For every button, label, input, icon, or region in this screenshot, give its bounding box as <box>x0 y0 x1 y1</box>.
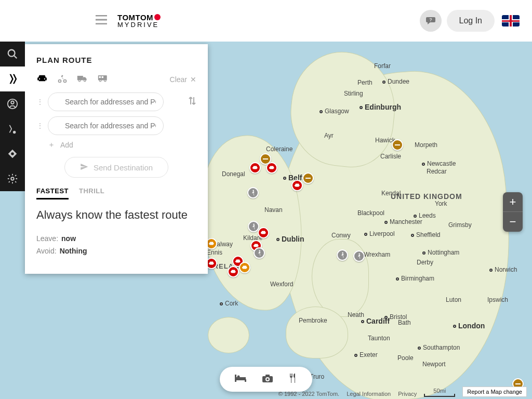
drag-handle-icon[interactable]: ⋮ <box>36 122 44 130</box>
city-label[interactable]: Poole <box>397 354 414 362</box>
city-label[interactable]: Conwy <box>331 232 351 239</box>
traffic-poi-bar[interactable] <box>392 139 403 151</box>
traffic-poi-car[interactable] <box>249 162 261 174</box>
hotels-icon[interactable] <box>234 374 247 385</box>
city-label[interactable]: Perth <box>357 79 373 86</box>
city-label[interactable]: Sheffield <box>411 231 440 238</box>
settings-tool[interactable] <box>0 166 25 191</box>
privacy-link[interactable]: Privacy <box>398 391 417 397</box>
destination-input[interactable] <box>48 116 164 135</box>
community-routes-tool[interactable] <box>0 116 25 141</box>
city-label[interactable]: Stirling <box>344 90 363 97</box>
city-label[interactable]: Carlisle <box>380 153 401 160</box>
city-label[interactable]: Morpeth <box>415 141 437 149</box>
city-label[interactable]: Derby <box>417 259 433 266</box>
mode-truck-icon[interactable] <box>77 74 88 85</box>
mode-motorcycle-icon[interactable] <box>57 74 68 85</box>
traffic-poi-bar[interactable] <box>302 172 314 184</box>
swap-icon[interactable] <box>188 96 196 108</box>
traffic-poi-walk[interactable] <box>254 247 265 259</box>
traffic-poi-car[interactable] <box>258 227 269 238</box>
city-label[interactable]: Cardiff <box>361 317 390 325</box>
tab-fastest[interactable]: FASTEST <box>36 187 69 200</box>
zoom-out-button[interactable]: − <box>503 212 523 232</box>
avoid-row[interactable]: Avoid:Nothing <box>36 247 196 255</box>
city-label[interactable]: Grimsby <box>448 221 472 229</box>
hamburger-menu-icon[interactable] <box>96 15 107 26</box>
city-label[interactable]: Ipswich <box>487 296 508 303</box>
city-label[interactable]: Ennis <box>207 249 222 256</box>
city-label[interactable]: Taunton <box>368 335 390 342</box>
legal-link[interactable]: Legal Information <box>347 391 391 397</box>
city-label[interactable]: Dublin <box>276 235 304 243</box>
clear-button[interactable]: Clear✕ <box>170 75 196 84</box>
scale-label: 50mi <box>424 388 455 394</box>
locale-flag-button[interactable] <box>502 15 520 26</box>
traffic-tool[interactable] <box>0 141 25 166</box>
traffic-poi-car[interactable] <box>239 262 250 273</box>
city-label[interactable]: Exeter <box>354 351 378 358</box>
attractions-icon[interactable] <box>261 374 274 385</box>
leave-row[interactable]: Leave:now <box>36 234 196 243</box>
mode-car-icon[interactable] <box>36 74 48 85</box>
traffic-poi-walk[interactable] <box>337 249 348 261</box>
app-header: TOMTOM MYDRIVE ? Log In <box>0 0 532 42</box>
city-label[interactable]: London <box>453 322 485 330</box>
city-label[interactable]: Navan <box>264 206 283 214</box>
city-label[interactable]: Redcar <box>427 168 447 175</box>
city-label[interactable]: Wrexham <box>364 251 390 258</box>
plan-route-tool[interactable] <box>0 66 25 91</box>
profile-tool[interactable] <box>0 91 25 116</box>
send-destination-button[interactable]: Send Destination <box>64 157 168 178</box>
city-label[interactable]: Southampton <box>418 344 460 351</box>
traffic-poi-walk[interactable] <box>247 187 259 198</box>
city-label[interactable]: Pembroke <box>299 317 327 324</box>
city-label[interactable]: Bath <box>398 319 411 326</box>
mode-rv-icon[interactable] <box>98 74 109 85</box>
drag-handle-icon[interactable]: ⋮ <box>36 98 44 106</box>
login-button[interactable]: Log In <box>447 10 495 32</box>
traffic-poi-car[interactable] <box>228 266 239 277</box>
leave-value: now <box>61 234 76 243</box>
city-label[interactable]: Luton <box>446 296 461 303</box>
city-label[interactable]: Newcastle <box>422 160 456 167</box>
zoom-in-button[interactable]: + <box>503 192 523 212</box>
city-label[interactable]: Donegal <box>222 170 245 178</box>
city-label[interactable]: Cork <box>220 300 238 307</box>
city-label[interactable]: Blackpool <box>357 209 384 217</box>
city-label[interactable]: Dundee <box>382 78 409 85</box>
city-label[interactable]: Norwich <box>489 266 517 273</box>
svg-point-5 <box>358 254 360 255</box>
transport-mode-row: Clear✕ <box>36 74 196 85</box>
city-label[interactable]: York <box>435 200 447 207</box>
report-map-button[interactable]: Report a Map change <box>462 387 527 397</box>
city-label[interactable]: Edinburgh <box>360 103 401 111</box>
city-label[interactable]: Manchester <box>384 218 422 225</box>
city-label[interactable]: Forfar <box>374 62 391 70</box>
city-label[interactable]: Wexford <box>270 281 293 288</box>
brand-logo[interactable]: TOMTOM MYDRIVE <box>117 13 161 29</box>
restaurants-icon[interactable] <box>288 373 298 385</box>
add-stop-button[interactable]: ＋ Add <box>48 140 196 150</box>
traffic-poi-walk[interactable] <box>353 250 365 262</box>
svg-text:?: ? <box>429 17 432 22</box>
help-button[interactable]: ? <box>420 10 442 32</box>
origin-input[interactable] <box>48 92 164 111</box>
city-label[interactable]: Glasgow <box>320 108 349 115</box>
traffic-poi-bar[interactable] <box>260 153 271 165</box>
tab-thrill[interactable]: THRILL <box>79 187 104 200</box>
city-label[interactable]: Ayr <box>324 132 334 139</box>
svg-point-25 <box>237 376 240 378</box>
traffic-poi-car[interactable] <box>291 180 303 191</box>
route-headline: Always know the fastest route <box>36 208 196 223</box>
svg-point-21 <box>99 80 101 82</box>
city-label[interactable]: Birmingham <box>396 275 434 282</box>
city-label[interactable]: Liverpool <box>364 230 395 237</box>
city-label[interactable]: Kendal <box>381 190 401 197</box>
svg-point-1 <box>252 190 254 191</box>
route-type-tabs: FASTEST THRILL <box>36 187 196 200</box>
search-tool[interactable] <box>0 42 25 66</box>
city-label[interactable]: Newport <box>422 361 446 368</box>
city-label[interactable]: Coleraine <box>266 145 292 153</box>
city-label[interactable]: Nottingham <box>422 249 459 256</box>
